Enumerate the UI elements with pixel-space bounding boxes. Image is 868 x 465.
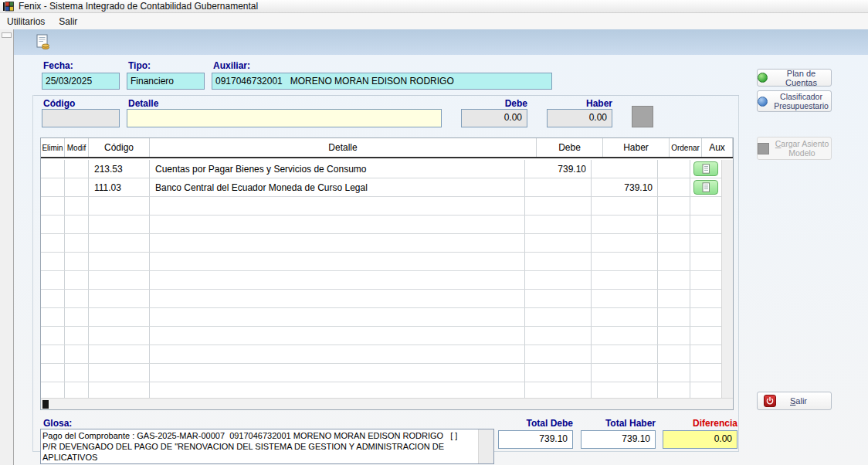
grid-cell-detalle [150,327,525,345]
grid-cell-modif [65,216,89,233]
grid-cell-ordenar [658,382,690,398]
grid-body: 213.53Cuentas por Pagar Bienes y Servici… [41,160,721,398]
grid-cell-ordenar [658,290,690,307]
menu-item-utilitarios[interactable]: Utilitarios [0,15,52,29]
grid-horizontal-scrollbar[interactable] [41,398,733,409]
grid-cell-modif [65,234,89,252]
grid-header-código: Código [89,138,150,157]
grid-cell-haber [592,197,658,215]
grid-cell-codigo [89,345,150,363]
grid-cell-aux [690,327,721,345]
grid-empty-row [41,197,721,216]
grid-cell-detalle[interactable]: Banco Central del Ecuador Moneda de Curs… [150,178,525,196]
grid-cell-detalle [150,197,525,215]
grid-cell-debe [525,364,592,382]
grid-cell-haber [592,327,658,345]
grid-cell-codigo [89,382,150,398]
green-sphere-icon [758,73,768,83]
grid-empty-row [41,290,721,308]
grid-cell-ordenar [658,327,690,345]
grid-cell-modif [65,253,89,270]
detail-document-icon [702,182,710,192]
grid-cell-haber[interactable] [592,160,658,178]
plan-de-cuentas-button[interactable]: Plan de Cuentas [757,69,832,87]
grid-cell-codigo[interactable]: 213.53 [89,160,150,178]
grid-cell-codigo [89,197,150,215]
grid-cell-detalle [150,271,525,289]
voucher-form: Fecha: 25/03/2025 Tipo: Financiero Auxil… [14,55,868,465]
grid-cell-debe [525,197,592,215]
power-icon [764,395,776,407]
aux-detail-button[interactable] [693,180,718,195]
debe-entry-field[interactable]: 0.00 [461,109,527,127]
grid-cell-haber [592,382,658,398]
scrollbar-thumb[interactable] [42,400,49,409]
grid-cell-haber [592,271,658,289]
grid-cell-modif [65,364,89,382]
glosa-textarea[interactable]: Pago del Comprobante : GAS-2025-MAR-0000… [42,430,476,463]
grid-cell-aux [690,271,721,289]
grid-cell-elimin [41,234,65,252]
haber-entry-label: Haber [547,98,612,109]
auxiliar-field[interactable]: 0917046732001 MORENO MORAN EDISON RODRIG… [212,73,552,90]
menu-bar: Utilitarios Salir [0,13,868,29]
aux-detail-button[interactable] [693,161,718,176]
grid-cell-haber[interactable]: 739.10 [592,178,658,196]
debe-entry-label: Debe [461,98,527,109]
grid-cell-debe [525,345,592,363]
grid-cell-debe[interactable]: 739.10 [525,160,592,178]
grid-cell-elimin[interactable] [41,178,65,196]
detalle-entry-field[interactable] [127,109,442,127]
grid-cell-ordenar [658,197,690,215]
grid-cell-aux [690,216,721,233]
grid-vertical-scrollbar[interactable] [721,160,733,398]
grid-cell-elimin [41,327,65,345]
total-debe-field: 739.10 [498,430,573,449]
grid-cell-modif[interactable] [65,160,89,178]
grid-cell-ordenar [658,271,690,289]
grid-cell-ordenar[interactable] [658,178,690,196]
grid-cell-codigo [89,234,150,252]
strip-handle[interactable] [2,32,12,38]
fecha-field[interactable]: 25/03/2025 [42,73,120,90]
grid-cell-modif [65,271,89,289]
tipo-label: Tipo: [128,60,151,71]
grid-cell-elimin [41,197,65,215]
glosa-scrollbar[interactable] [478,429,493,463]
grid-header-row: EliminModifCódigoDetalleDebeHaberOrdenar… [41,138,733,158]
grid-cell-haber [592,364,658,382]
title-bar: Fenix - Sistema Integrado de Contabilida… [0,0,868,13]
grid-cell-ordenar [658,253,690,270]
grid-cell-elimin [41,364,65,382]
cargar-asiento-modelo-button[interactable]: Cargar Asiento Modelo [757,137,832,160]
grid-cell-aux[interactable] [690,178,721,196]
grid-cell-codigo[interactable]: 111.03 [89,178,150,196]
menu-item-salir[interactable]: Salir [52,15,84,29]
grid-cell-elimin[interactable] [41,160,65,178]
grid-cell-modif[interactable] [65,178,89,196]
toolbar [14,29,868,55]
salir-label: Salir [790,396,807,406]
grid-cell-aux[interactable] [690,160,721,178]
add-entry-button[interactable] [632,106,653,127]
grid-cell-elimin [41,253,65,270]
grid-cell-debe[interactable] [525,178,592,196]
grid-cell-detalle[interactable]: Cuentas por Pagar Bienes y Servicios de … [150,160,525,178]
grid-cell-modif [65,308,89,326]
grid-cell-detalle [150,364,525,382]
grid-cell-ordenar[interactable] [658,160,690,178]
salir-button[interactable]: Salir [757,392,832,410]
haber-entry-field[interactable]: 0.00 [547,109,612,127]
grid-cell-aux [690,364,721,382]
grid-cell-debe [525,290,592,307]
tipo-field[interactable]: Financiero [127,73,205,90]
grid-header-aux: Aux [702,138,733,157]
codigo-entry-field[interactable] [42,109,120,127]
grid-cell-modif [65,327,89,345]
grid-header-debe: Debe [537,138,603,157]
plan-de-cuentas-label: Plan de Cuentas [771,69,831,87]
grid-cell-detalle [150,253,525,270]
grid-data-row: 213.53Cuentas por Pagar Bienes y Servici… [41,160,721,178]
voucher-toolbar-button[interactable] [34,33,53,52]
clasificador-presupuestario-button[interactable]: Clasificador Presupuestario [757,90,832,112]
